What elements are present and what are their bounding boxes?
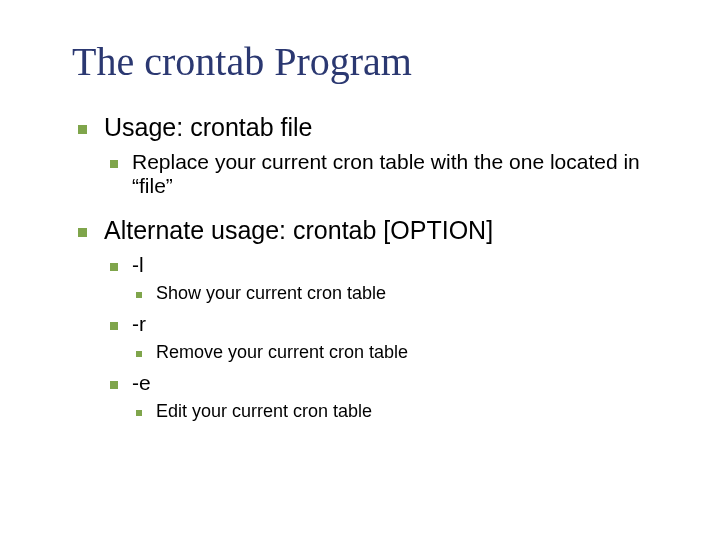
- option-flag: -l: [132, 253, 144, 276]
- list-item: Show your current cron table: [132, 283, 670, 304]
- slide: The crontab Program Usage: crontab file …: [0, 0, 720, 540]
- sub-list: Replace your current cron table with the…: [104, 150, 670, 198]
- list-item: Remove your current cron table: [132, 342, 670, 363]
- sub-list: Remove your current cron table: [132, 342, 670, 363]
- option-flag: -r: [132, 312, 146, 335]
- list-item: -r Remove your current cron table: [104, 312, 670, 363]
- square-bullet-icon: [110, 322, 118, 330]
- list-item: Edit your current cron table: [132, 401, 670, 422]
- sub-list: Edit your current cron table: [132, 401, 670, 422]
- list-item: Alternate usage: crontab [OPTION] -l Sho…: [72, 216, 670, 422]
- square-bullet-icon: [136, 351, 142, 357]
- option-description: Remove your current cron table: [156, 342, 408, 362]
- sub-list: Show your current cron table: [132, 283, 670, 304]
- list-item-text: Alternate usage: crontab [OPTION]: [104, 216, 493, 244]
- option-flag: -e: [132, 371, 151, 394]
- list-item: Replace your current cron table with the…: [104, 150, 670, 198]
- list-item: -l Show your current cron table: [104, 253, 670, 304]
- slide-title: The crontab Program: [72, 38, 670, 85]
- square-bullet-icon: [78, 125, 87, 134]
- list-item: Usage: crontab file Replace your current…: [72, 113, 670, 198]
- square-bullet-icon: [136, 410, 142, 416]
- option-description: Show your current cron table: [156, 283, 386, 303]
- list-item-text: Replace your current cron table with the…: [132, 150, 640, 197]
- list-item-text: Usage: crontab file: [104, 113, 312, 141]
- square-bullet-icon: [110, 263, 118, 271]
- bullet-list: Usage: crontab file Replace your current…: [72, 113, 670, 422]
- square-bullet-icon: [136, 292, 142, 298]
- square-bullet-icon: [110, 381, 118, 389]
- option-description: Edit your current cron table: [156, 401, 372, 421]
- list-item: -e Edit your current cron table: [104, 371, 670, 422]
- sub-list: -l Show your current cron table -r: [104, 253, 670, 422]
- square-bullet-icon: [110, 160, 118, 168]
- square-bullet-icon: [78, 228, 87, 237]
